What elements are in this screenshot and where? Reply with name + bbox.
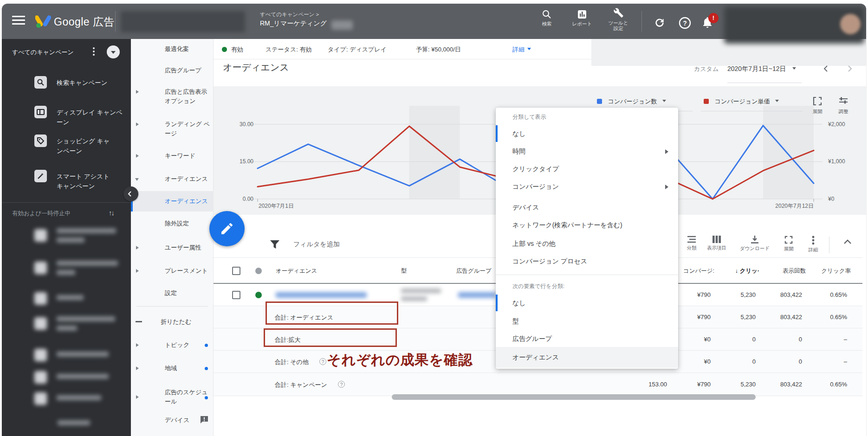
menu-item-click-type[interactable]: クリックタイプ: [496, 160, 678, 178]
campaigns-more-icon[interactable]: [93, 47, 95, 57]
menu-item-conversions[interactable]: コンバージョン: [496, 178, 678, 195]
sidebar-collapse-icon[interactable]: [123, 186, 138, 201]
notifications-bell-icon[interactable]: !: [702, 17, 713, 29]
reports-label: レポート: [567, 21, 597, 26]
topbar-divider-2: [641, 11, 642, 32]
date-prev-icon[interactable]: [823, 65, 829, 72]
search-campaign-icon: [34, 76, 47, 89]
more-options-button[interactable]: 詳細: [797, 236, 830, 253]
search-button[interactable]: 検索: [532, 9, 562, 26]
breadcrumb-current[interactable]: RM_リマーケティング: [260, 19, 327, 28]
ad-group-link-redacted[interactable]: [458, 292, 496, 298]
chart-adjust-button[interactable]: 調整: [837, 96, 849, 115]
page-title: オーディエンス: [223, 61, 289, 74]
x-axis-last-label: 2020年7月12日: [747, 202, 814, 210]
menu-item-rows-none[interactable]: なし: [496, 294, 678, 312]
col-header-ad-group[interactable]: 広告グループ: [456, 267, 492, 275]
campaign-row-redacted: [58, 420, 90, 425]
menu-item-device[interactable]: デバイス: [496, 199, 678, 216]
legend-conversions[interactable]: コンバージョン数: [597, 97, 666, 106]
smart-assist-campaign-icon: [34, 170, 47, 182]
menu-item-network[interactable]: ネットワーク(検索パートナーを含む): [496, 216, 678, 234]
all-campaigns-header[interactable]: すべてのキャンペーン: [12, 48, 74, 57]
header-status-dot[interactable]: [255, 268, 262, 274]
y-axis-right-tick-2: ¥1,000: [828, 158, 865, 165]
refresh-icon[interactable]: [654, 17, 666, 29]
date-underline: [727, 83, 802, 83]
cell-ctr: 0.65%: [791, 381, 847, 388]
menu-item-none[interactable]: なし: [496, 125, 678, 142]
help-circle-icon[interactable]: ?: [319, 358, 326, 365]
type-value-redacted: [401, 296, 427, 301]
menu-item-rows-type[interactable]: 型: [496, 312, 678, 330]
row-status-dot-enabled: [255, 292, 262, 298]
breadcrumb-id-redacted: [331, 20, 353, 30]
y-axis-right-tick-1: ¥2,000: [828, 121, 865, 128]
table-collapse-icon[interactable]: [843, 238, 852, 245]
svg-text:?: ?: [683, 19, 687, 27]
notification-dot: [205, 396, 208, 399]
row-checkbox[interactable]: [232, 291, 240, 299]
help-icon[interactable]: ?: [679, 17, 691, 29]
status-budget: 予算: ¥50,000/日: [416, 45, 461, 54]
product-name: Google 広告: [54, 15, 115, 29]
columns-button[interactable]: 表示項目: [700, 236, 733, 251]
topbar-divider: [115, 11, 116, 32]
menu-item-top-vs-other[interactable]: 上部 vs その他: [496, 235, 678, 252]
status-type: タイプ: ディスプレイ: [328, 45, 387, 54]
tools-settings-button[interactable]: ツールと設定: [603, 6, 633, 31]
col-header-ctr[interactable]: クリック率: [795, 267, 851, 275]
filter-icon[interactable]: [270, 240, 279, 249]
menu-item-rows-ad-group[interactable]: 広告グループ: [496, 330, 678, 347]
audience-link-redacted[interactable]: [276, 292, 367, 298]
col-header-type[interactable]: 型: [401, 267, 407, 275]
selected-indicator: [496, 125, 498, 142]
menu-section-title: 次の要素で行を分類:: [512, 282, 564, 290]
details-link[interactable]: 詳細: [512, 45, 531, 54]
date-mode-label: カスタム: [694, 65, 719, 73]
menu-item-time[interactable]: 時間: [496, 142, 678, 160]
x-axis-first-label: 2020年7月1日: [259, 202, 294, 210]
nav-item-audiences-selected[interactable]: オーディエンス: [131, 191, 214, 212]
cell-ctr: –: [791, 336, 847, 343]
search-label: 検索: [532, 21, 562, 26]
type-value-redacted: [401, 289, 441, 293]
google-ads-logo-icon[interactable]: [35, 14, 51, 29]
status-text: ステータス: 有効: [266, 45, 311, 54]
status-state: 有効: [231, 45, 243, 54]
reports-button[interactable]: レポート: [567, 9, 597, 26]
download-button[interactable]: ダウンロード: [738, 236, 771, 252]
chart-expand-button[interactable]: 展開: [811, 96, 823, 115]
avatar[interactable]: [840, 14, 861, 34]
annotation-box-audience-total: [266, 301, 398, 325]
horizontal-scrollbar[interactable]: [392, 394, 756, 400]
campaigns-collapse-icon[interactable]: [107, 45, 120, 58]
submenu-arrow-icon: [665, 149, 671, 154]
y-axis-left-tick-2: 15.00: [221, 158, 253, 165]
sort-icon[interactable]: ↑↓: [109, 209, 114, 217]
feedback-icon[interactable]: [200, 416, 209, 424]
legend-cost-per-conversion[interactable]: コンバージョン単価: [704, 97, 779, 106]
legend-swatch-red: [704, 99, 709, 104]
menu-item-conversion-process[interactable]: コンバージョン プロセス: [496, 252, 678, 270]
menu-item-rows-audience[interactable]: オーディエンス: [496, 347, 678, 368]
cell-ctr: 0.65%: [791, 314, 847, 321]
selected-indicator: [496, 295, 498, 311]
y-axis-right-tick-3: ¥0: [828, 196, 865, 202]
campaign-sidebar: すべてのキャンペーン 検索キャンペーン ディスプレイ キャンペーン ショッピング…: [2, 39, 131, 436]
y-axis-left-tick-1: 30.00: [221, 121, 253, 128]
help-circle-icon[interactable]: ?: [338, 381, 345, 388]
minus-icon: [136, 321, 142, 322]
edit-fab-button[interactable]: [209, 211, 245, 246]
annotation-box-expansion-total: [264, 328, 397, 347]
date-range-picker[interactable]: 2020年7月1日~12日: [727, 65, 796, 73]
menu-icon[interactable]: [12, 16, 25, 26]
add-filter-input[interactable]: フィルタを追加: [293, 240, 340, 249]
select-all-checkbox[interactable]: [232, 267, 240, 275]
notification-badge: !: [708, 13, 719, 23]
campaign-filter-label[interactable]: 有効および一時停止中: [12, 210, 71, 218]
notification-dot: [205, 367, 208, 370]
col-header-audience[interactable]: オーディエンス: [276, 267, 317, 275]
breadcrumb-parent[interactable]: すべてのキャンペーン >: [260, 11, 319, 18]
date-next-icon[interactable]: [847, 65, 853, 72]
